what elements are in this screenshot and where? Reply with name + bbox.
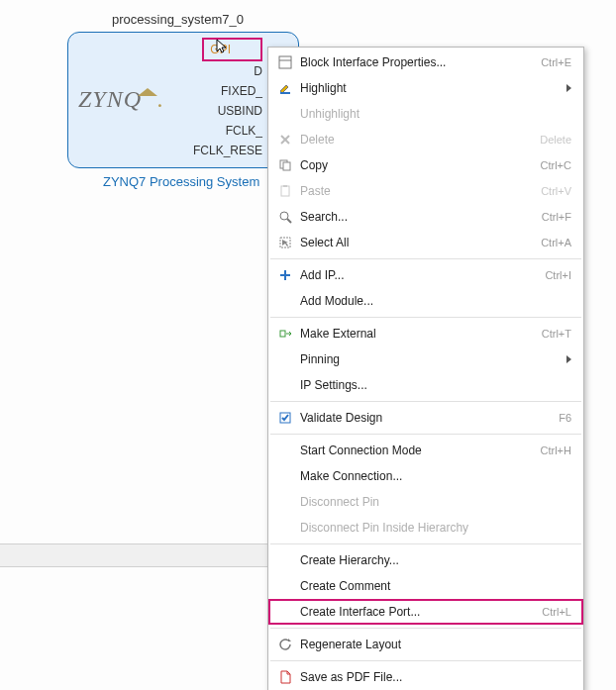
menu-pinning[interactable]: Pinning	[268, 346, 583, 372]
status-bar	[0, 543, 267, 567]
port-fclk[interactable]: FCLK_	[226, 121, 262, 141]
properties-icon	[272, 55, 298, 69]
highlight-icon	[272, 81, 298, 95]
menu-ip-settings[interactable]: IP Settings...	[268, 372, 583, 398]
menu-highlight[interactable]: Highlight	[268, 75, 583, 101]
menu-separator	[270, 628, 581, 629]
select-all-icon	[272, 236, 298, 249]
menu-create-hierarchy[interactable]: Create Hierarchy...	[268, 547, 583, 573]
refresh-icon	[272, 638, 298, 651]
paste-icon	[272, 184, 298, 198]
svg-point-9	[280, 212, 288, 220]
menu-disconnect-pin: Disconnect Pin	[268, 489, 583, 515]
menu-save-as-pdf[interactable]: Save as PDF File...	[268, 664, 583, 690]
menu-create-interface-port[interactable]: Create Interface Port... Ctrl+L	[268, 599, 583, 625]
menu-start-connection-mode[interactable]: Start Connection Mode Ctrl+H	[268, 438, 583, 463]
menu-regenerate-layout[interactable]: Regenerate Layout	[268, 632, 583, 657]
menu-make-external[interactable]: Make External Ctrl+T	[268, 321, 583, 346]
menu-paste: Paste Ctrl+V	[268, 178, 583, 204]
svg-line-10	[287, 219, 291, 223]
menu-unhighlight: Unhighlight	[268, 101, 583, 127]
search-icon	[272, 210, 298, 224]
ip-block[interactable]: ZYNQ. GPI D FIXED_ USBIND FCLK_ FCLK_RES…	[67, 32, 299, 168]
ip-caption: ZYNQ7 Processing System	[103, 174, 259, 189]
instance-name: processing_system7_0	[112, 12, 244, 27]
menu-separator	[270, 258, 581, 259]
copy-icon	[272, 158, 298, 172]
menu-validate-design[interactable]: Validate Design F6	[268, 405, 583, 431]
menu-search[interactable]: Search... Ctrl+F	[268, 204, 583, 230]
zynq-logo: ZYNQ.	[78, 86, 164, 113]
svg-rect-14	[280, 331, 285, 337]
menu-separator	[270, 401, 581, 402]
pdf-icon	[272, 670, 298, 684]
chevron-right-icon	[566, 355, 571, 363]
delete-icon	[272, 133, 298, 147]
chevron-right-icon	[566, 84, 571, 92]
port-usbind[interactable]: USBIND	[218, 101, 262, 121]
menu-copy[interactable]: Copy Ctrl+C	[268, 152, 583, 178]
port-gpio[interactable]: GPI	[202, 38, 262, 61]
menu-separator	[270, 543, 581, 544]
cursor-icon	[215, 38, 231, 59]
menu-disconnect-pin-hierarchy: Disconnect Pin Inside Hierarchy	[268, 515, 583, 541]
menu-select-all[interactable]: Select All Ctrl+A	[268, 230, 583, 255]
menu-create-comment[interactable]: Create Comment	[268, 573, 583, 599]
plus-icon	[272, 268, 298, 282]
triangle-icon	[138, 88, 157, 96]
menu-separator	[270, 660, 581, 661]
svg-rect-7	[281, 186, 289, 196]
menu-make-connection[interactable]: Make Connection...	[268, 463, 583, 489]
menu-add-ip[interactable]: Add IP... Ctrl+I	[268, 262, 583, 288]
validate-icon	[272, 411, 298, 425]
context-menu: Block Interface Properties... Ctrl+E Hig…	[267, 47, 584, 690]
menu-separator	[270, 434, 581, 435]
menu-separator	[270, 317, 581, 318]
port-fclk-reset[interactable]: FCLK_RESE	[193, 141, 262, 160]
svg-rect-0	[279, 56, 291, 68]
external-icon	[272, 327, 298, 341]
menu-add-module[interactable]: Add Module...	[268, 288, 583, 314]
port-d[interactable]: D	[254, 61, 262, 81]
port-fixed[interactable]: FIXED_	[221, 81, 262, 101]
menu-delete: Delete Delete	[268, 127, 583, 152]
menu-block-interface-properties[interactable]: Block Interface Properties... Ctrl+E	[268, 49, 583, 75]
svg-rect-8	[283, 185, 287, 187]
svg-rect-6	[283, 162, 290, 170]
